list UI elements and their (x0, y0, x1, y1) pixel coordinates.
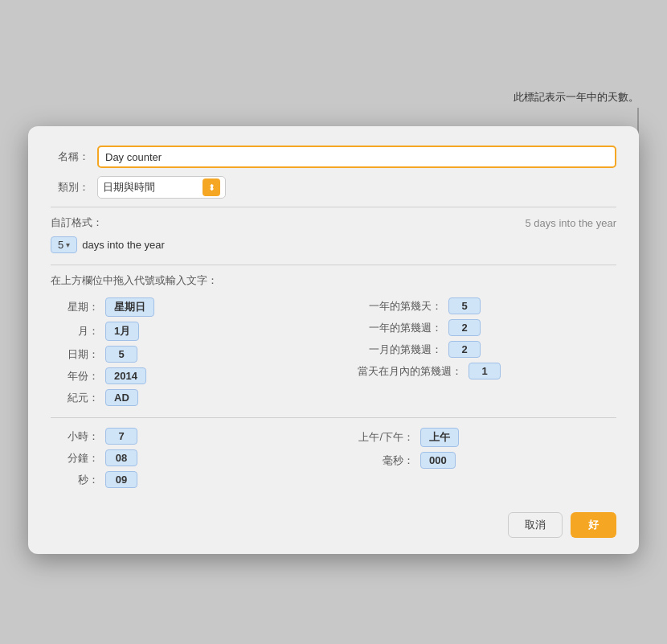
month-label: 月： (51, 324, 99, 338)
custom-format-label: 自訂格式： (51, 215, 103, 230)
year-row: 年份： 2014 (51, 367, 329, 384)
month-value[interactable]: 1月 (105, 322, 139, 341)
divider-3 (51, 417, 616, 418)
day-of-year-label: 一年的第幾天： (338, 299, 442, 314)
second-row: 秒： 09 (51, 471, 329, 488)
day-of-week-in-month-label: 當天在月內的第幾週： (338, 364, 462, 379)
minute-value[interactable]: 08 (105, 449, 137, 466)
format-tokens-row: 5 ▾ days into the year (51, 236, 616, 253)
week-of-month-row: 一月的第幾週： 2 (338, 341, 616, 358)
type-select-text: 日期與時間 (103, 180, 198, 195)
type-select-arrow-icon[interactable] (203, 178, 220, 196)
minute-row: 分鐘： 08 (51, 449, 329, 466)
week-of-month-value[interactable]: 2 (448, 341, 481, 358)
main-data-grid: 星期： 星期日 月： 1月 日期： 5 年份： 2014 紀元： AD (51, 297, 616, 411)
week-of-year-value[interactable]: 2 (448, 319, 481, 336)
day-of-week-in-month-row: 當天在月內的第幾週： 1 (338, 363, 616, 379)
era-label: 紀元： (51, 391, 99, 405)
ok-button[interactable]: 好 (571, 512, 616, 538)
second-label: 秒： (51, 473, 99, 487)
millisecond-value[interactable]: 000 (420, 452, 456, 469)
weekday-value[interactable]: 星期日 (105, 297, 154, 317)
weekday-label: 星期： (51, 300, 99, 314)
token-chip-arrow-icon: ▾ (66, 240, 70, 249)
custom-format-preview: 5 days into the year (526, 217, 616, 229)
era-row: 紀元： AD (51, 389, 329, 406)
type-row: 類別： 日期與時間 (51, 176, 616, 199)
week-of-year-label: 一年的第幾週： (338, 321, 442, 335)
hour-label: 小時： (51, 429, 99, 444)
day-of-year-value[interactable]: 5 (448, 297, 481, 314)
year-label: 年份： (51, 369, 99, 384)
am-pm-row: 上午/下午： 上午 (338, 428, 616, 447)
week-of-month-label: 一月的第幾週： (338, 343, 442, 357)
cancel-button[interactable]: 取消 (508, 512, 563, 538)
name-label: 名稱： (51, 150, 89, 164)
name-row: 名稱： (51, 146, 616, 168)
week-of-year-row: 一年的第幾週： 2 (338, 319, 616, 336)
left-date-col: 星期： 星期日 月： 1月 日期： 5 年份： 2014 紀元： AD (51, 297, 329, 411)
dialog: 名稱： 類別： 日期與時間 自訂格式： 5 days into the year… (28, 126, 639, 554)
am-pm-value[interactable]: 上午 (420, 428, 459, 447)
time-right-col: 上午/下午： 上午 毫秒： 000 (329, 428, 616, 493)
time-left-col: 小時： 7 分鐘： 08 秒： 09 (51, 428, 329, 493)
type-select[interactable]: 日期與時間 (97, 176, 226, 199)
minute-label: 分鐘： (51, 451, 99, 466)
divider-1 (51, 207, 616, 207)
hour-row: 小時： 7 (51, 428, 329, 445)
right-date-col: 一年的第幾天： 5 一年的第幾週： 2 一月的第幾週： 2 當天在月內的第幾週：… (329, 297, 616, 411)
am-pm-label: 上午/下午： (338, 430, 414, 445)
divider-2 (51, 265, 616, 265)
millisecond-label: 毫秒： (338, 453, 414, 468)
type-label: 類別： (51, 180, 89, 195)
token-chip-5[interactable]: 5 ▾ (51, 236, 77, 253)
custom-format-row: 自訂格式： 5 days into the year (51, 215, 616, 230)
format-static-text: days into the year (82, 239, 165, 251)
hour-value[interactable]: 7 (105, 428, 137, 445)
time-section: 小時： 7 分鐘： 08 秒： 09 上午/下午： 上午 (51, 428, 616, 493)
second-value[interactable]: 09 (105, 471, 137, 488)
name-input[interactable] (97, 146, 616, 168)
token-chip-value: 5 (58, 239, 63, 251)
millisecond-row: 毫秒： 000 (338, 452, 616, 469)
day-row: 日期： 5 (51, 346, 329, 363)
day-of-week-in-month-value[interactable]: 1 (469, 363, 501, 379)
weekday-row: 星期： 星期日 (51, 297, 329, 317)
tooltip-text: 此標記表示一年中的天數。 (514, 90, 639, 105)
day-value[interactable]: 5 (105, 346, 137, 363)
day-of-year-row: 一年的第幾天： 5 (338, 297, 616, 314)
bottom-buttons: 取消 好 (51, 504, 616, 538)
month-row: 月： 1月 (51, 322, 329, 341)
year-value[interactable]: 2014 (105, 367, 146, 384)
drag-instruction: 在上方欄位中拖入代號或輸入文字： (51, 273, 616, 288)
day-label: 日期： (51, 347, 99, 362)
era-value[interactable]: AD (105, 389, 138, 406)
